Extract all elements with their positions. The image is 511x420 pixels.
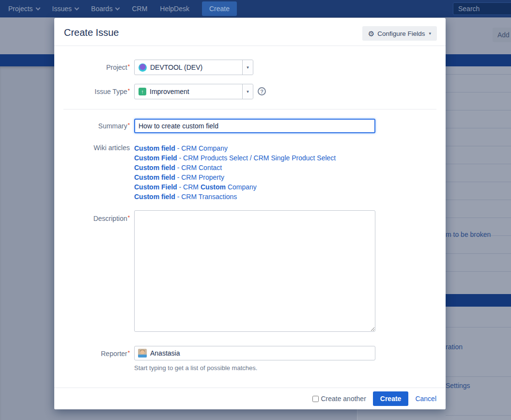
background-list-panel: m to be broken ration Settings xyxy=(446,66,511,420)
create-another-label[interactable]: Create another xyxy=(321,395,366,403)
issue-type-label: Issue Type* xyxy=(54,84,130,95)
required-marker: * xyxy=(128,88,130,93)
wiki-link-segment: Custom field xyxy=(134,164,175,171)
nav-items: ProjectsIssuesBoardsCRMHelpDesk xyxy=(0,0,196,17)
issue-type-select[interactable]: ↑ Improvement ▾ xyxy=(134,84,253,99)
wiki-link-segment: - CRM Contact xyxy=(175,164,222,171)
summary-input[interactable] xyxy=(134,119,375,133)
wiki-article-link[interactable]: Custom field - CRM Contact xyxy=(134,163,336,172)
chevron-down-icon xyxy=(75,5,79,10)
wiki-article-link[interactable]: Custom field - CRM Transactions xyxy=(134,192,336,202)
configure-fields-button[interactable]: ⚙ Configure Fields ▾ xyxy=(362,26,437,41)
nav-item-crm[interactable]: CRM xyxy=(125,0,154,17)
issue-type-value: Improvement xyxy=(150,88,189,95)
background-row-divider xyxy=(446,327,511,327)
chevron-down-icon xyxy=(115,5,120,10)
background-list-section-header xyxy=(446,294,511,307)
project-field-row: Project* DEVTOOL (DEV) ▾ xyxy=(54,60,446,75)
background-row-divider xyxy=(446,271,511,272)
dialog-body: Project* DEVTOOL (DEV) ▾ Issue Type* ↑ xyxy=(54,46,446,372)
project-label: Project* xyxy=(54,60,130,75)
wiki-link-segment: - CRM xyxy=(177,183,201,191)
form-divider xyxy=(63,109,436,109)
chevron-down-icon: ▾ xyxy=(429,31,431,36)
configure-fields-label: Configure Fields xyxy=(377,30,425,37)
description-textarea[interactable] xyxy=(134,210,375,332)
improvement-arrow-icon: ↑ xyxy=(139,88,146,95)
required-marker: * xyxy=(128,215,130,220)
background-link-settings[interactable]: Settings xyxy=(446,382,470,389)
nav-item-label: Projects xyxy=(8,5,33,13)
background-link-broken-item[interactable]: m to be broken xyxy=(446,231,491,238)
background-row-divider xyxy=(446,128,511,128)
wiki-article-link[interactable]: Custom Field - CRM Custom Company xyxy=(134,182,336,192)
nav-create-button[interactable]: Create xyxy=(202,1,237,16)
wiki-link-segment: - CRM Company xyxy=(175,144,228,152)
wiki-article-link[interactable]: Custom field - CRM Company xyxy=(134,143,336,153)
wiki-link-segment: - CRM Products Select / CRM Single Produ… xyxy=(177,154,336,162)
wiki-link-segment: - CRM Property xyxy=(175,173,224,181)
gear-icon: ⚙ xyxy=(368,30,374,37)
description-field-row: Description* xyxy=(54,210,446,334)
top-navigation-bar: ProjectsIssuesBoardsCRMHelpDesk Create xyxy=(0,0,511,17)
summary-field-row: Summary* xyxy=(54,119,446,133)
background-link-ration[interactable]: ration xyxy=(446,343,463,351)
background-row-divider xyxy=(446,253,511,254)
wiki-link-segment: - CRM Transactions xyxy=(175,193,237,201)
background-row-divider xyxy=(446,218,511,218)
reporter-label: Reporter* xyxy=(54,346,130,360)
reporter-field[interactable]: Anastasia xyxy=(134,346,375,360)
create-another-checkbox[interactable] xyxy=(312,396,319,402)
cancel-link[interactable]: Cancel xyxy=(415,395,436,403)
reporter-field-row: Reporter* Anastasia xyxy=(54,346,446,360)
project-avatar-icon xyxy=(139,63,147,72)
summary-label: Summary* xyxy=(54,119,130,133)
background-row-divider xyxy=(446,182,511,182)
background-row-divider xyxy=(446,92,511,93)
wiki-link-segment: Custom Field xyxy=(134,154,177,162)
create-button[interactable]: Create xyxy=(373,391,409,406)
wiki-link-segment: Custom field xyxy=(134,173,175,181)
reporter-avatar xyxy=(138,349,147,358)
project-select[interactable]: DEVTOOL (DEV) ▾ xyxy=(134,60,253,75)
chevron-down-icon xyxy=(35,5,40,10)
required-marker: * xyxy=(128,122,130,128)
required-marker: * xyxy=(128,350,130,356)
create-issue-dialog: Create Issue ⚙ Configure Fields ▾ Projec… xyxy=(54,18,446,409)
nav-item-projects[interactable]: Projects xyxy=(2,0,46,17)
required-marker: * xyxy=(128,63,130,69)
background-row-divider xyxy=(446,376,511,377)
wiki-articles-row: Wiki articles Custom field - CRM Company… xyxy=(54,143,446,202)
nav-item-label: CRM xyxy=(132,5,147,13)
help-icon[interactable]: ? xyxy=(258,87,266,95)
nav-item-label: Issues xyxy=(52,5,72,13)
wiki-link-segment: Custom field xyxy=(134,144,175,152)
project-select-caret[interactable]: ▾ xyxy=(242,60,253,75)
wiki-articles-links: Custom field - CRM CompanyCustom Field -… xyxy=(134,143,336,202)
dialog-title: Create Issue xyxy=(64,27,119,38)
reporter-value: Anastasia xyxy=(150,349,180,357)
dialog-footer: Create another Create Cancel xyxy=(54,388,446,409)
wiki-link-segment: Custom field xyxy=(134,193,175,201)
search-input[interactable] xyxy=(453,2,511,15)
wiki-link-segment: Company xyxy=(226,183,257,191)
background-row-divider xyxy=(446,164,511,164)
issue-type-select-caret[interactable]: ▾ xyxy=(242,84,253,99)
background-row-divider xyxy=(446,146,511,146)
background-row-divider xyxy=(446,74,511,75)
background-row-divider xyxy=(446,110,511,110)
project-value: DEVTOOL (DEV) xyxy=(150,63,202,71)
nav-item-label: HelpDesk xyxy=(160,5,189,13)
nav-item-boards[interactable]: Boards xyxy=(85,0,125,17)
wiki-link-segment: Custom xyxy=(201,183,226,191)
background-row-divider xyxy=(446,200,511,200)
nav-item-issues[interactable]: Issues xyxy=(46,0,85,17)
wiki-article-link[interactable]: Custom Field - CRM Products Select / CRM… xyxy=(134,153,336,163)
description-label: Description* xyxy=(54,210,130,334)
wiki-link-segment: Custom Field xyxy=(134,183,177,191)
wiki-article-link[interactable]: Custom field - CRM Property xyxy=(134,172,336,182)
issue-type-field-row: Issue Type* ↑ Improvement ▾ ? xyxy=(54,84,446,99)
dialog-header: Create Issue ⚙ Configure Fields ▾ xyxy=(54,18,446,46)
nav-item-helpdesk[interactable]: HelpDesk xyxy=(154,0,196,17)
add-gadget-button[interactable]: Add g xyxy=(493,28,511,42)
